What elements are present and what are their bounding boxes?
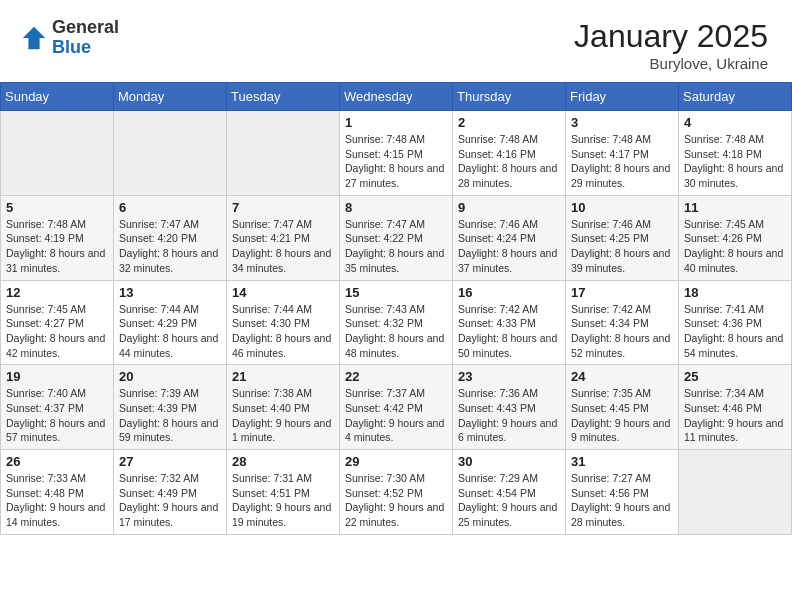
day-number: 12: [6, 285, 108, 300]
day-info: Sunrise: 7:44 AM Sunset: 4:30 PM Dayligh…: [232, 302, 334, 361]
day-info: Sunrise: 7:47 AM Sunset: 4:20 PM Dayligh…: [119, 217, 221, 276]
day-number: 18: [684, 285, 786, 300]
day-info: Sunrise: 7:40 AM Sunset: 4:37 PM Dayligh…: [6, 386, 108, 445]
day-number: 31: [571, 454, 673, 469]
day-number: 7: [232, 200, 334, 215]
week-row-3: 12Sunrise: 7:45 AM Sunset: 4:27 PM Dayli…: [1, 280, 792, 365]
weekday-header-wednesday: Wednesday: [340, 83, 453, 111]
day-number: 3: [571, 115, 673, 130]
day-info: Sunrise: 7:48 AM Sunset: 4:17 PM Dayligh…: [571, 132, 673, 191]
day-info: Sunrise: 7:30 AM Sunset: 4:52 PM Dayligh…: [345, 471, 447, 530]
day-cell: 13Sunrise: 7:44 AM Sunset: 4:29 PM Dayli…: [114, 280, 227, 365]
day-cell: 7Sunrise: 7:47 AM Sunset: 4:21 PM Daylig…: [227, 195, 340, 280]
day-cell: 12Sunrise: 7:45 AM Sunset: 4:27 PM Dayli…: [1, 280, 114, 365]
day-cell: 22Sunrise: 7:37 AM Sunset: 4:42 PM Dayli…: [340, 365, 453, 450]
day-number: 8: [345, 200, 447, 215]
day-info: Sunrise: 7:35 AM Sunset: 4:45 PM Dayligh…: [571, 386, 673, 445]
location: Burylove, Ukraine: [574, 55, 768, 72]
week-row-1: 1Sunrise: 7:48 AM Sunset: 4:15 PM Daylig…: [1, 111, 792, 196]
logo: General Blue: [20, 18, 119, 58]
day-cell: 9Sunrise: 7:46 AM Sunset: 4:24 PM Daylig…: [453, 195, 566, 280]
weekday-header-monday: Monday: [114, 83, 227, 111]
day-info: Sunrise: 7:39 AM Sunset: 4:39 PM Dayligh…: [119, 386, 221, 445]
day-cell: 23Sunrise: 7:36 AM Sunset: 4:43 PM Dayli…: [453, 365, 566, 450]
logo-text: General Blue: [52, 18, 119, 58]
day-info: Sunrise: 7:48 AM Sunset: 4:16 PM Dayligh…: [458, 132, 560, 191]
day-number: 16: [458, 285, 560, 300]
day-number: 5: [6, 200, 108, 215]
weekday-header-sunday: Sunday: [1, 83, 114, 111]
weekday-header-saturday: Saturday: [679, 83, 792, 111]
day-cell: 28Sunrise: 7:31 AM Sunset: 4:51 PM Dayli…: [227, 450, 340, 535]
day-cell: 30Sunrise: 7:29 AM Sunset: 4:54 PM Dayli…: [453, 450, 566, 535]
week-row-5: 26Sunrise: 7:33 AM Sunset: 4:48 PM Dayli…: [1, 450, 792, 535]
day-cell: [679, 450, 792, 535]
logo-blue: Blue: [52, 37, 91, 57]
week-row-2: 5Sunrise: 7:48 AM Sunset: 4:19 PM Daylig…: [1, 195, 792, 280]
day-info: Sunrise: 7:46 AM Sunset: 4:25 PM Dayligh…: [571, 217, 673, 276]
day-number: 28: [232, 454, 334, 469]
day-cell: 17Sunrise: 7:42 AM Sunset: 4:34 PM Dayli…: [566, 280, 679, 365]
day-info: Sunrise: 7:34 AM Sunset: 4:46 PM Dayligh…: [684, 386, 786, 445]
day-number: 13: [119, 285, 221, 300]
day-cell: 20Sunrise: 7:39 AM Sunset: 4:39 PM Dayli…: [114, 365, 227, 450]
day-number: 14: [232, 285, 334, 300]
day-number: 15: [345, 285, 447, 300]
day-cell: 4Sunrise: 7:48 AM Sunset: 4:18 PM Daylig…: [679, 111, 792, 196]
day-number: 20: [119, 369, 221, 384]
day-cell: 31Sunrise: 7:27 AM Sunset: 4:56 PM Dayli…: [566, 450, 679, 535]
day-info: Sunrise: 7:47 AM Sunset: 4:21 PM Dayligh…: [232, 217, 334, 276]
calendar: SundayMondayTuesdayWednesdayThursdayFrid…: [0, 82, 792, 535]
day-info: Sunrise: 7:41 AM Sunset: 4:36 PM Dayligh…: [684, 302, 786, 361]
svg-marker-0: [23, 27, 45, 49]
weekday-header-tuesday: Tuesday: [227, 83, 340, 111]
day-number: 29: [345, 454, 447, 469]
day-number: 22: [345, 369, 447, 384]
day-info: Sunrise: 7:44 AM Sunset: 4:29 PM Dayligh…: [119, 302, 221, 361]
day-cell: 27Sunrise: 7:32 AM Sunset: 4:49 PM Dayli…: [114, 450, 227, 535]
day-number: 4: [684, 115, 786, 130]
day-cell: 1Sunrise: 7:48 AM Sunset: 4:15 PM Daylig…: [340, 111, 453, 196]
day-cell: 10Sunrise: 7:46 AM Sunset: 4:25 PM Dayli…: [566, 195, 679, 280]
day-info: Sunrise: 7:45 AM Sunset: 4:26 PM Dayligh…: [684, 217, 786, 276]
day-number: 23: [458, 369, 560, 384]
day-info: Sunrise: 7:31 AM Sunset: 4:51 PM Dayligh…: [232, 471, 334, 530]
month-title: January 2025: [574, 18, 768, 55]
day-cell: 15Sunrise: 7:43 AM Sunset: 4:32 PM Dayli…: [340, 280, 453, 365]
day-cell: 25Sunrise: 7:34 AM Sunset: 4:46 PM Dayli…: [679, 365, 792, 450]
day-number: 6: [119, 200, 221, 215]
day-cell: 18Sunrise: 7:41 AM Sunset: 4:36 PM Dayli…: [679, 280, 792, 365]
day-number: 30: [458, 454, 560, 469]
day-info: Sunrise: 7:42 AM Sunset: 4:34 PM Dayligh…: [571, 302, 673, 361]
day-cell: 8Sunrise: 7:47 AM Sunset: 4:22 PM Daylig…: [340, 195, 453, 280]
logo-general: General: [52, 17, 119, 37]
day-info: Sunrise: 7:33 AM Sunset: 4:48 PM Dayligh…: [6, 471, 108, 530]
day-info: Sunrise: 7:46 AM Sunset: 4:24 PM Dayligh…: [458, 217, 560, 276]
weekday-header-friday: Friday: [566, 83, 679, 111]
day-cell: 21Sunrise: 7:38 AM Sunset: 4:40 PM Dayli…: [227, 365, 340, 450]
day-info: Sunrise: 7:47 AM Sunset: 4:22 PM Dayligh…: [345, 217, 447, 276]
week-row-4: 19Sunrise: 7:40 AM Sunset: 4:37 PM Dayli…: [1, 365, 792, 450]
day-number: 17: [571, 285, 673, 300]
day-number: 1: [345, 115, 447, 130]
day-number: 26: [6, 454, 108, 469]
day-info: Sunrise: 7:32 AM Sunset: 4:49 PM Dayligh…: [119, 471, 221, 530]
day-cell: 26Sunrise: 7:33 AM Sunset: 4:48 PM Dayli…: [1, 450, 114, 535]
title-block: January 2025 Burylove, Ukraine: [574, 18, 768, 72]
day-number: 19: [6, 369, 108, 384]
weekday-header-row: SundayMondayTuesdayWednesdayThursdayFrid…: [1, 83, 792, 111]
logo-icon: [20, 24, 48, 52]
day-number: 25: [684, 369, 786, 384]
day-cell: 16Sunrise: 7:42 AM Sunset: 4:33 PM Dayli…: [453, 280, 566, 365]
day-number: 9: [458, 200, 560, 215]
day-info: Sunrise: 7:48 AM Sunset: 4:18 PM Dayligh…: [684, 132, 786, 191]
day-cell: 11Sunrise: 7:45 AM Sunset: 4:26 PM Dayli…: [679, 195, 792, 280]
day-info: Sunrise: 7:42 AM Sunset: 4:33 PM Dayligh…: [458, 302, 560, 361]
day-info: Sunrise: 7:29 AM Sunset: 4:54 PM Dayligh…: [458, 471, 560, 530]
day-info: Sunrise: 7:48 AM Sunset: 4:19 PM Dayligh…: [6, 217, 108, 276]
day-cell: 24Sunrise: 7:35 AM Sunset: 4:45 PM Dayli…: [566, 365, 679, 450]
day-number: 21: [232, 369, 334, 384]
day-cell: 2Sunrise: 7:48 AM Sunset: 4:16 PM Daylig…: [453, 111, 566, 196]
day-info: Sunrise: 7:27 AM Sunset: 4:56 PM Dayligh…: [571, 471, 673, 530]
day-cell: [1, 111, 114, 196]
